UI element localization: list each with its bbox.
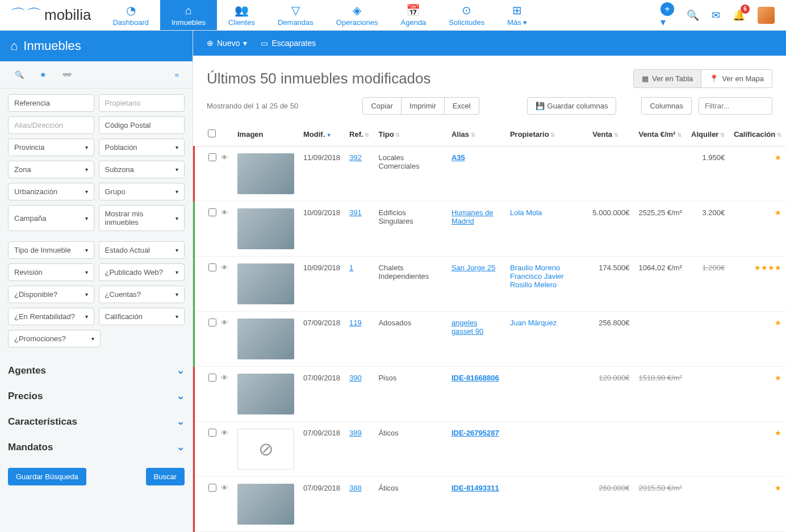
col-venta-m2[interactable]: Venta €/m² bbox=[634, 123, 687, 146]
imprimir-button[interactable]: Imprimir bbox=[402, 97, 445, 115]
property-thumb[interactable] bbox=[237, 208, 294, 249]
eye-icon[interactable]: 👁 bbox=[221, 374, 228, 382]
escaparates-button[interactable]: ▭ Escaparates bbox=[261, 39, 316, 48]
columns-button[interactable]: Columnas bbox=[641, 97, 692, 115]
tab-binoculars-icon[interactable]: 👓 bbox=[55, 67, 80, 82]
col-calificacion[interactable]: Calificación bbox=[729, 123, 786, 146]
alias-link[interactable]: IDE-26795287 bbox=[451, 429, 499, 437]
filter-referencia[interactable]: Referencia bbox=[8, 94, 94, 112]
property-thumb[interactable] bbox=[237, 484, 294, 525]
filter--publicado-web-[interactable]: ¿Publicado Web? bbox=[99, 263, 185, 281]
filter-mostrar-mis-inmuebles[interactable]: Mostrar mis inmuebles bbox=[99, 205, 185, 231]
ref-link[interactable]: 390 bbox=[349, 374, 362, 382]
alias-link[interactable]: IDE-81668806 bbox=[451, 374, 499, 382]
filter-c-digo-postal[interactable]: Código Postal bbox=[99, 116, 185, 134]
search-button[interactable]: Buscar bbox=[146, 468, 185, 485]
property-thumb[interactable] bbox=[237, 319, 294, 359]
ref-link[interactable]: 1 bbox=[349, 263, 353, 272]
filter-alias-direcci-n[interactable]: Alias/Dirección bbox=[8, 116, 94, 134]
filter-input[interactable] bbox=[699, 97, 772, 115]
property-thumb[interactable] bbox=[237, 263, 294, 304]
filter-propietario[interactable]: Propietario bbox=[99, 94, 185, 112]
nav-demandas[interactable]: ▽Demandas bbox=[266, 0, 325, 30]
alias-link[interactable]: IDE-81493311 bbox=[451, 484, 499, 492]
view-table-button[interactable]: ▦ Ver en Tabla bbox=[633, 69, 701, 88]
eye-icon[interactable]: 👁 bbox=[221, 263, 228, 272]
filter--disponible-[interactable]: ¿Disponible? bbox=[8, 286, 94, 303]
col-alias[interactable]: Alias bbox=[447, 123, 505, 146]
view-map-button[interactable]: 📍 Ver en Mapa bbox=[701, 69, 772, 88]
col-propietario[interactable]: Propietario bbox=[505, 123, 588, 146]
section-agentes[interactable]: Agentes⌄ bbox=[0, 358, 193, 383]
bell-icon[interactable]: 🔔6 bbox=[733, 9, 745, 22]
row-checkbox[interactable] bbox=[208, 153, 216, 161]
filter-estado-actual[interactable]: Estado Actual bbox=[99, 241, 185, 259]
nav-operaciones[interactable]: ◈Operaciones bbox=[325, 0, 390, 30]
eye-icon[interactable]: 👁 bbox=[221, 429, 228, 437]
filter-revisi-n[interactable]: Revisión bbox=[8, 263, 94, 281]
filter-calificaci-n[interactable]: Calificación bbox=[99, 308, 185, 325]
eye-icon[interactable]: 👁 bbox=[221, 153, 228, 162]
ref-link[interactable]: 388 bbox=[349, 484, 362, 492]
col-modif[interactable]: Modif. bbox=[299, 123, 345, 146]
copiar-button[interactable]: Copiar bbox=[362, 97, 401, 115]
row-checkbox[interactable] bbox=[208, 319, 216, 326]
row-checkbox[interactable] bbox=[208, 374, 216, 382]
row-checkbox[interactable] bbox=[208, 208, 216, 216]
tab-star-icon[interactable]: ★ bbox=[32, 67, 55, 82]
filter-campa-a[interactable]: Campaña bbox=[8, 205, 94, 231]
col-alquiler[interactable]: Alquiler bbox=[687, 123, 729, 146]
eye-icon[interactable]: 👁 bbox=[221, 319, 228, 327]
excel-button[interactable]: Excel bbox=[445, 97, 479, 115]
alias-link[interactable]: A35 bbox=[451, 153, 465, 162]
search-icon[interactable]: 🔍 bbox=[687, 9, 699, 22]
ref-link[interactable]: 119 bbox=[349, 319, 362, 327]
nav-más[interactable]: ⊞Más ▾ bbox=[496, 0, 538, 30]
nuevo-button[interactable]: ⊕ Nuevo ▾ bbox=[207, 39, 247, 48]
alias-link[interactable]: angeles gasset 90 bbox=[451, 319, 483, 336]
owner-link[interactable]: Braulio Moreno bbox=[510, 263, 583, 272]
filter-provincia[interactable]: Provincia bbox=[8, 139, 94, 156]
avatar[interactable] bbox=[758, 7, 775, 24]
save-search-button[interactable]: Guardar Búsqueda bbox=[8, 468, 86, 485]
logo[interactable]: ⌒⌒ mobilia bbox=[0, 0, 101, 30]
property-thumb[interactable] bbox=[237, 374, 294, 414]
section-características[interactable]: Características⌄ bbox=[0, 409, 193, 434]
filter-subzona[interactable]: Subzona bbox=[99, 161, 185, 178]
row-checkbox[interactable] bbox=[208, 263, 216, 271]
filter--cuentas-[interactable]: ¿Cuentas? bbox=[99, 286, 185, 303]
row-checkbox[interactable] bbox=[208, 484, 216, 492]
mail-icon[interactable]: ✉ bbox=[712, 9, 720, 22]
add-button[interactable]: +▾ bbox=[660, 2, 674, 28]
filter--promociones-[interactable]: ¿Promociones? bbox=[8, 330, 101, 347]
col-ref[interactable]: Ref. bbox=[345, 123, 374, 146]
ref-link[interactable]: 391 bbox=[349, 208, 362, 217]
filter-grupo[interactable]: Grupo bbox=[99, 183, 185, 200]
nav-inmuebles[interactable]: ⌂Inmuebles bbox=[160, 0, 217, 30]
alias-link[interactable]: Humanes de Madrid bbox=[451, 208, 494, 225]
nav-dashboard[interactable]: ◔Dashboard bbox=[101, 0, 160, 30]
eye-icon[interactable]: 👁 bbox=[221, 484, 228, 492]
owner-link[interactable]: Juan Márquez bbox=[510, 319, 583, 327]
filter-urbanizaci-n[interactable]: Urbanización bbox=[8, 183, 94, 200]
ref-link[interactable]: 392 bbox=[349, 153, 362, 162]
col-venta[interactable]: Venta bbox=[588, 123, 634, 146]
select-all-checkbox[interactable] bbox=[208, 129, 216, 137]
owner-link[interactable]: Lola Mola bbox=[510, 208, 583, 217]
row-checkbox[interactable] bbox=[208, 429, 216, 437]
nav-agenda[interactable]: 📅Agenda bbox=[390, 0, 438, 30]
nav-solicitudes[interactable]: ⊙Solicitudes bbox=[437, 0, 496, 30]
filter--en-rentabilidad-[interactable]: ¿En Rentabilidad? bbox=[8, 308, 94, 325]
section-mandatos[interactable]: Mandatos⌄ bbox=[0, 434, 193, 460]
eye-icon[interactable]: 👁 bbox=[221, 208, 228, 217]
nav-clientes[interactable]: 👥Clientes bbox=[217, 0, 266, 30]
filter-tipo-de-inmueble[interactable]: Tipo de Inmueble bbox=[8, 241, 94, 259]
tab-search-icon[interactable]: 🔍 bbox=[7, 67, 32, 82]
col-tipo[interactable]: Tipo bbox=[374, 123, 446, 146]
ref-link[interactable]: 389 bbox=[349, 429, 362, 437]
owner-link[interactable]: Francisco Javier Rosillo Melero bbox=[510, 272, 583, 289]
filter-zona[interactable]: Zona bbox=[8, 161, 94, 178]
property-thumb[interactable] bbox=[237, 153, 294, 194]
save-columns-button[interactable]: 💾 Guardar columnas bbox=[527, 97, 617, 115]
filter-poblaci-n[interactable]: Población bbox=[99, 139, 185, 156]
